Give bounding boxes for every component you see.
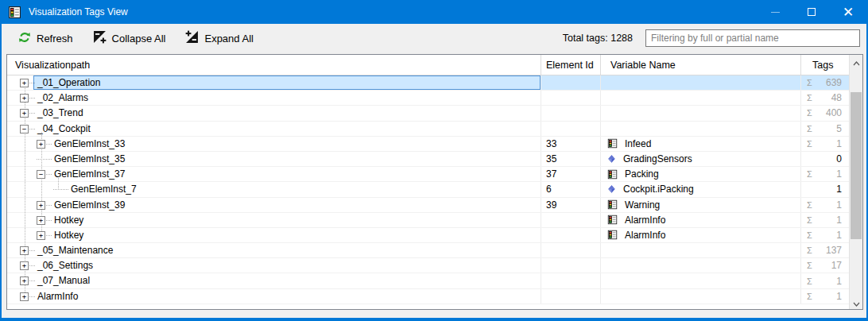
cell-variable-name: AlarmInfo (601, 213, 801, 227)
expand-plus-icon[interactable]: + (20, 292, 29, 301)
expand-plus-icon[interactable]: + (20, 79, 29, 87)
variable-name-text: Infeed (625, 138, 651, 149)
cell-element-id: 39 (541, 198, 601, 212)
expand-plus-icon[interactable]: + (37, 216, 45, 225)
cell-visualizationpath: +Hotkey (7, 213, 541, 227)
cell-variable-name: Infeed (601, 137, 801, 151)
cell-variable-name (601, 273, 801, 288)
expand-plus-icon[interactable]: + (20, 109, 29, 118)
cell-tags: Σ639 (801, 75, 849, 90)
cell-visualizationpath: +_03_Trend (7, 106, 541, 120)
expand-plus-icon[interactable]: + (37, 231, 45, 240)
column-header-visualizationpath[interactable]: Visualizationpath (7, 55, 541, 75)
cell-tags: Σ5 (801, 122, 849, 136)
expand-all-label: Expand All (204, 33, 253, 44)
collapse-minus-icon[interactable]: − (20, 125, 29, 133)
cell-visualizationpath: +GenElemInst_39 (7, 198, 541, 212)
tree-connector (53, 189, 68, 190)
tree-node-label: Hotkey (51, 228, 87, 243)
cell-element-id: 33 (541, 137, 601, 151)
tree-node-label: GenElemInst_35 (51, 152, 128, 167)
cell-tags: Σ1 (801, 289, 849, 304)
table-row[interactable]: −_04_CockpitΣ5 (7, 122, 849, 137)
tree-node-label: GenElemInst_37 (51, 167, 128, 182)
expand-plus-icon[interactable]: + (20, 261, 29, 270)
scroll-up-button[interactable] (850, 55, 862, 68)
table-row[interactable]: GenElemInst_76Cockpit.iPacking1 (7, 182, 849, 197)
filter-input[interactable] (645, 29, 860, 47)
vertical-scrollbar[interactable] (849, 55, 862, 309)
column-header-element-id[interactable]: Element Id (541, 55, 601, 75)
cell-visualizationpath: −_04_Cockpit (7, 122, 541, 136)
tree-node-label: GenElemInst_7 (68, 182, 140, 197)
expand-plus-icon[interactable]: + (20, 277, 29, 285)
expand-all-icon (185, 30, 199, 46)
refresh-label: Refresh (37, 33, 73, 44)
tree-node-label: _05_Maintenance (34, 243, 116, 258)
refresh-icon (18, 31, 31, 46)
tags-count: 1 (836, 138, 842, 149)
tags-count: 1 (836, 230, 842, 241)
screen-icon (607, 230, 618, 240)
cell-element-id (541, 91, 601, 105)
tree-node-label: GenElemInst_39 (51, 198, 128, 213)
expand-plus-icon[interactable]: + (37, 201, 45, 210)
sigma-icon: Σ (807, 169, 812, 179)
table-row[interactable]: +_07_ManualΣ1 (7, 273, 849, 288)
tags-count: 639 (826, 77, 842, 88)
collapse-all-button[interactable]: Collapse All (93, 30, 166, 46)
cell-tags: Σ1 (801, 137, 849, 151)
table-row[interactable]: +_05_MaintenanceΣ137 (7, 243, 849, 258)
cell-tags: Σ1 (801, 167, 849, 181)
cell-element-id (541, 243, 601, 257)
cell-tags: Σ1 (801, 198, 849, 212)
table-row[interactable]: +_02_AlarmsΣ48 (7, 91, 849, 106)
visualization-tags-view-window: Visualization Tags View ✕ Refresh Collap… (0, 0, 868, 321)
tree-node-label: _04_Cockpit (34, 122, 94, 137)
cell-visualizationpath: +_01_Operation (7, 75, 541, 90)
column-header-variable-name[interactable]: Variable Name (601, 55, 801, 75)
close-button[interactable]: ✕ (830, 0, 866, 24)
cell-variable-name: Warning (601, 198, 801, 212)
table-row[interactable]: +HotkeyAlarmInfoΣ1 (7, 228, 849, 243)
cell-element-id: 35 (541, 152, 601, 166)
variable-name-text: Cockpit.iPacking (623, 184, 694, 195)
table-row[interactable]: +AlarmInfoΣ1 (7, 289, 849, 304)
column-header-tags[interactable]: Tags (801, 55, 849, 75)
variable-name-text: Packing (625, 168, 659, 180)
scroll-down-button[interactable] (850, 296, 862, 309)
cell-tags: Σ1 (801, 228, 849, 242)
sigma-icon: Σ (807, 108, 812, 118)
window-controls: ✕ (757, 0, 866, 24)
expand-all-button[interactable]: Expand All (185, 30, 253, 46)
cell-visualizationpath: GenElemInst_7 (7, 182, 541, 196)
cell-visualizationpath: GenElemInst_35 (7, 152, 541, 166)
expand-plus-icon[interactable]: + (37, 140, 45, 149)
cell-visualizationpath: +_02_Alarms (7, 91, 541, 105)
table-row[interactable]: GenElemInst_3535GradingSensors0 (7, 152, 849, 167)
table-row[interactable]: +_03_TrendΣ400 (7, 106, 849, 121)
tags-count: 1 (836, 291, 842, 302)
scrollbar-thumb[interactable] (851, 92, 862, 239)
collapse-minus-icon[interactable]: − (37, 170, 45, 179)
table-row[interactable]: +GenElemInst_3939WarningΣ1 (7, 198, 849, 213)
tree-node-label: _03_Trend (34, 106, 87, 121)
variable-name-text: AlarmInfo (625, 215, 665, 226)
cell-variable-name: Packing (601, 167, 801, 181)
cell-element-id: 37 (541, 167, 601, 181)
cell-element-id (541, 228, 601, 242)
cell-element-id (541, 273, 601, 288)
maximize-button[interactable] (793, 0, 830, 24)
refresh-button[interactable]: Refresh (18, 31, 73, 46)
cell-visualizationpath: −GenElemInst_37 (7, 167, 541, 181)
cell-variable-name (601, 75, 801, 90)
table-row[interactable]: +HotkeyAlarmInfoΣ1 (7, 213, 849, 228)
table-row[interactable]: −GenElemInst_3737PackingΣ1 (7, 167, 849, 182)
minimize-button[interactable] (757, 0, 793, 24)
expand-plus-icon[interactable]: + (20, 94, 29, 102)
expand-plus-icon[interactable]: + (20, 246, 29, 255)
table-row[interactable]: +_06_SettingsΣ17 (7, 258, 849, 273)
table-row[interactable]: +_01_OperationΣ639 (7, 75, 849, 91)
table-row[interactable]: +GenElemInst_3333InfeedΣ1 (7, 137, 849, 152)
cell-variable-name (601, 106, 801, 120)
